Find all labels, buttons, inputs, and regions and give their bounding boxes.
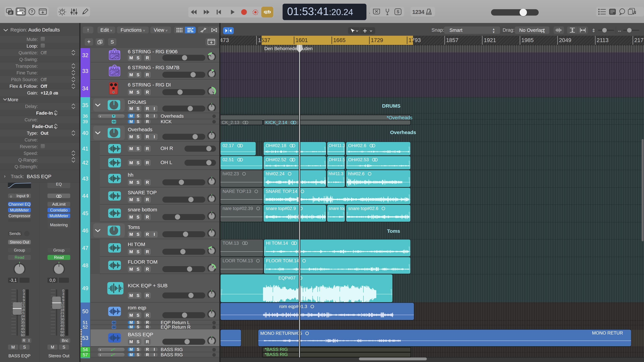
svg-text:?: ? (31, 9, 33, 14)
svg-text:S: S (397, 9, 400, 14)
